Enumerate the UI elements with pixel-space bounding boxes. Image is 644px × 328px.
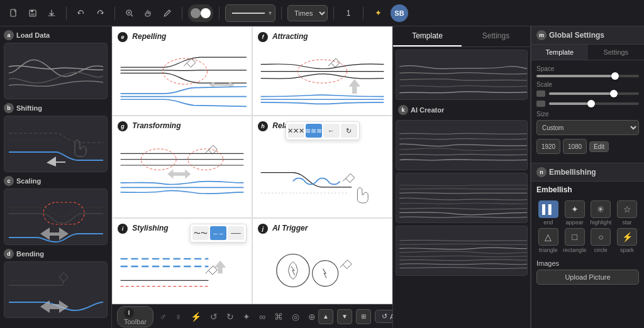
embellish-item-star[interactable]: ☆ star [615,200,639,226]
bottom-toolbar: l Toolbar ♂ ♀ ⚡ ↺ ↻ ✦ ∞ ⌘ ◎ ⊕ ▲ ▼ ⊞ ↺ [112,304,392,328]
divider-4 [219,7,219,19]
svg-marker-15 [348,79,360,94]
rel-btn-chain[interactable]: ≋≋≋ [306,124,322,138]
canvas-area: e Repelling [112,26,392,304]
style-btn-dash[interactable]: – – [210,226,226,240]
main-layout: a Load Data b Shifting [0,26,644,328]
cell-transforming[interactable]: g Transforming [112,116,252,218]
scaling-preview[interactable] [4,189,108,245]
right-panel: m Global Settings Template Settings Spac… [531,26,644,328]
cell-stylishing[interactable]: i Stylishing 〜〜 – – ── [112,218,252,304]
width-input[interactable] [536,139,560,154]
right-tab-settings[interactable]: Settings [588,45,645,60]
stroke-preview[interactable]: ▾ [225,4,275,22]
embellish-item-end[interactable]: ▌▌ end [536,200,560,226]
scale-slider-1[interactable] [549,92,639,95]
sidebar-label-c: c Scaling [4,176,108,186]
svg-rect-2 [31,10,33,12]
zoom-button[interactable] [121,4,138,22]
svg-line-14 [328,63,331,67]
btm-icon-9[interactable]: ◎ [289,310,302,323]
shifting-preview[interactable] [4,116,108,172]
images-section: Images Upload Picture [531,256,644,288]
embellish-label-triangle: triangle [539,247,558,253]
cell-ai-trigger[interactable]: j AI Trigger [252,218,392,304]
panel-tab-settings[interactable]: Settings [462,26,530,46]
embellish-item-spark[interactable]: ⚡ spark [615,228,639,253]
template-thumb-4[interactable] [396,226,528,276]
font-select[interactable]: Times [287,5,328,21]
scale-slider-row-2 [536,101,639,107]
btm-icon-7[interactable]: ∞ [257,310,268,323]
abandon-button[interactable]: ↺ Abandon [375,310,392,323]
avatar[interactable]: SB [391,4,408,22]
bending-preview[interactable] [4,261,108,318]
btm-icon-2[interactable]: ♀ [173,310,185,323]
edit-button[interactable]: Edit [589,141,609,152]
space-slider[interactable] [536,75,639,77]
btm-icon-4[interactable]: ↺ [208,310,220,323]
layout-button[interactable]: ⊞ [356,309,371,324]
btm-icon-6[interactable]: ✦ [240,310,253,323]
upload-button[interactable]: Upload Picture [536,270,639,285]
nav-down-button[interactable]: ▼ [337,309,352,324]
file-icon[interactable] [5,4,23,22]
star-button[interactable]: ✦ [369,4,387,22]
save-icon[interactable] [24,4,42,22]
count-label: 1 [340,9,357,18]
divider-7 [363,7,364,19]
badge-c: c [4,176,14,186]
btm-icon-1[interactable]: ♂ [157,310,169,323]
template-thumb-3[interactable] [396,173,528,223]
rel-btn-arrow[interactable]: ← [323,124,340,138]
cell-attracting[interactable]: f Attracting [252,26,392,116]
style-btn-solid[interactable]: ── [228,226,244,240]
sidebar-label-d: d Bending [4,249,108,259]
cell-repelling[interactable]: e Repelling [112,26,252,116]
btm-icon-10[interactable]: ⊕ [306,310,318,323]
btm-icon-8[interactable]: ⌘ [272,310,286,323]
embellish-item-circle[interactable]: ○ circle [589,228,613,253]
right-tab-template[interactable]: Template [531,45,588,60]
rel-btn-rotate[interactable]: ↻ [341,124,357,138]
panel-tab-template[interactable]: Template [393,26,462,46]
btm-icon-5[interactable]: ↻ [224,310,236,323]
file-tools [5,4,60,22]
svg-rect-0 [11,9,16,16]
hand-button[interactable] [140,4,157,22]
btm-icon-3[interactable]: ⚡ [188,310,204,323]
undo-button[interactable] [72,4,90,22]
panel-content: k AI Creator [393,47,530,328]
embellish-label-star: star [623,219,632,226]
height-input[interactable] [563,139,587,154]
redo-button[interactable] [91,4,109,22]
svg-rect-6 [43,202,84,224]
embellish-title: Embellish [531,182,644,198]
embellish-icon-spark: ⚡ [617,228,637,246]
download-icon[interactable] [43,4,60,22]
cell-relating[interactable]: h Relating ✕✕✕ ≋≋≋ ← ↻ [252,116,392,218]
template-thumb-1[interactable] [396,50,528,100]
embellish-item-triangle[interactable]: △ triangle [536,228,560,253]
nav-up-button[interactable]: ▲ [318,309,333,324]
embellish-grid: ▌▌ end ✦ appear ✳ highlight ☆ star △ tri… [531,198,644,256]
style-btn-wave[interactable]: 〜〜 [192,226,209,240]
sidebar-section-load-data: a Load Data [4,30,108,99]
rel-btn-xxx[interactable]: ✕✕✕ [288,124,304,138]
pencil-button[interactable] [158,4,176,22]
cell-label-g: g Transforming [118,121,247,131]
size-select[interactable]: Custom [536,120,639,135]
embellish-item-appear[interactable]: ✦ appear [563,200,587,226]
scale-slider-2[interactable] [549,102,639,105]
badge-n: n [536,167,547,177]
badge-e: e [118,32,128,42]
embellish-icon-star: ☆ [617,200,637,218]
embellish-item-highlight[interactable]: ✳ highlight [589,200,613,226]
embellish-item-rectangle[interactable]: □ rectangle [563,228,587,253]
template-thumb-2[interactable] [396,120,528,170]
left-sidebar: a Load Data b Shifting [0,26,112,328]
size-select-row: Custom [536,120,639,135]
load-data-preview[interactable] [4,43,108,99]
toggle-button[interactable] [188,4,213,22]
ai-creator-label: k AI Creator [393,102,530,118]
